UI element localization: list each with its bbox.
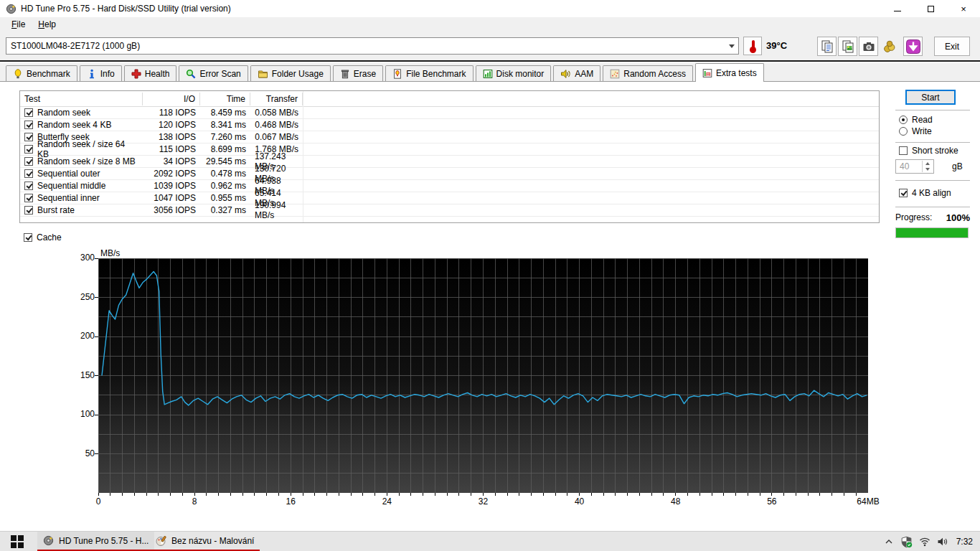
menu-file[interactable]: File	[6, 18, 31, 31]
wifi-icon[interactable]	[919, 537, 930, 547]
y-tick-label: 100	[66, 409, 95, 419]
table-row[interactable]: Sequential middle 1039 IOPS 0.962 ms 64.…	[20, 180, 879, 192]
row-checkbox[interactable]	[24, 145, 33, 154]
menubar: File Help	[0, 17, 980, 32]
io-value: 120 IOPS	[143, 119, 200, 131]
time-value: 8.699 ms	[200, 143, 250, 156]
table-row[interactable]: Sequential inner 1047 IOPS 0.955 ms 65.4…	[20, 192, 879, 204]
spinner-arrows	[922, 161, 933, 172]
tab-erase[interactable]: Erase	[333, 65, 383, 81]
spin-up-button[interactable]	[923, 161, 933, 166]
tab-folder-usage[interactable]: Folder Usage	[250, 65, 331, 81]
row-checkbox[interactable]	[24, 194, 33, 202]
io-value: 3056 IOPS	[143, 204, 200, 217]
y-tick-label: 200	[66, 331, 95, 341]
table-row[interactable]: Sequential outer 2092 IOPS 0.478 ms 130.…	[20, 168, 879, 180]
chevron-up-icon[interactable]	[884, 537, 894, 547]
info-icon	[87, 69, 97, 79]
table-row[interactable]: Random seek 118 IOPS 8.459 ms 0.058 MB/s	[20, 107, 879, 119]
column-header-time[interactable]: Time	[200, 93, 250, 105]
tab-error-scan[interactable]: Error Scan	[179, 65, 248, 81]
update-button[interactable]	[903, 37, 923, 56]
table-row[interactable]: Burst rate 3056 IOPS 0.327 ms 190.994 MB…	[20, 204, 879, 217]
tab-extra-tests[interactable]: Extra tests	[695, 63, 764, 82]
checkbox-icon	[899, 189, 908, 197]
defender-shield-icon[interactable]	[900, 536, 913, 548]
transfer-value: 0.468 MB/s	[250, 119, 303, 131]
buy-icon	[882, 39, 897, 55]
transfer-value: 0.058 MB/s	[250, 107, 303, 119]
taskbar-clock[interactable]: 7:32	[956, 537, 973, 547]
test-name: Sequential inner	[37, 193, 100, 203]
close-button[interactable]: ×	[947, 0, 980, 17]
row-checkbox[interactable]	[24, 157, 33, 166]
tab-disk-monitor[interactable]: Disk monitor	[476, 65, 552, 81]
start-button[interactable]: Start	[905, 90, 956, 105]
spin-down-button[interactable]	[923, 166, 933, 172]
tab-file-benchmark[interactable]: File Benchmark	[385, 65, 473, 81]
transfer-value: 0.067 MB/s	[250, 131, 303, 143]
table-row[interactable]: Random seek / size 8 MB 34 IOPS 29.545 m…	[20, 156, 879, 168]
buy-button[interactable]	[880, 37, 899, 56]
x-tick-label: 16	[275, 496, 306, 507]
maximize-button[interactable]	[914, 0, 947, 17]
menu-help[interactable]: Help	[32, 18, 62, 31]
test-name: Random seek / size 8 MB	[37, 156, 136, 166]
cache-checkbox[interactable]: Cache	[24, 232, 62, 242]
copy-image-icon	[841, 39, 855, 54]
io-value: 34 IOPS	[143, 156, 200, 168]
table-row[interactable]: Butterfly seek 138 IOPS 7.260 ms 0.067 M…	[20, 131, 879, 143]
exit-button[interactable]: Exit	[934, 37, 970, 56]
row-checkbox[interactable]	[24, 133, 33, 141]
column-header-io[interactable]: I/O	[143, 93, 200, 105]
column-header-test[interactable]: Test	[20, 93, 143, 105]
tab-aam[interactable]: AAM	[553, 65, 600, 81]
short-stroke-checkbox[interactable]: Short stroke	[899, 146, 958, 156]
app-window: HD Tune Pro 5.75 - Hard Disk/SSD Utility…	[0, 0, 980, 551]
drive-temperature: 39°C	[766, 40, 787, 51]
maximize-icon	[928, 6, 934, 12]
toolbar: ST1000LM048-2E7172 (1000 gB) 39°C Exit	[0, 32, 980, 62]
copy-text-icon	[820, 39, 834, 54]
tab-info[interactable]: Info	[80, 65, 122, 81]
speed-chart	[95, 258, 868, 497]
y-axis-unit-label: MB/s	[100, 248, 120, 258]
benchmark-icon	[13, 69, 23, 79]
drive-selector[interactable]: ST1000LM048-2E7172 (1000 gB)	[6, 37, 739, 55]
update-icon	[905, 39, 921, 55]
tab-health[interactable]: Health	[124, 65, 177, 81]
titlebar: HD Tune Pro 5.75 - Hard Disk/SSD Utility…	[0, 0, 980, 17]
windows-logo-icon	[11, 535, 24, 548]
row-checkbox[interactable]	[24, 182, 33, 190]
start-menu-button[interactable]	[0, 532, 34, 551]
copy-image-button[interactable]	[838, 37, 857, 56]
table-row[interactable]: Random seek 4 KB 120 IOPS 8.341 ms 0.468…	[20, 119, 879, 131]
read-radio[interactable]: Read	[899, 115, 933, 125]
row-checkbox[interactable]	[24, 169, 33, 178]
row-checkbox[interactable]	[24, 206, 33, 215]
tab-label: Random Access	[623, 69, 686, 79]
taskbar-app-paint[interactable]: Bez názvu - Malování	[149, 532, 260, 551]
4kb-align-checkbox[interactable]: 4 KB align	[899, 188, 951, 198]
short-stroke-size-spinner[interactable]: 40	[895, 159, 934, 174]
screenshot-button[interactable]	[859, 37, 878, 56]
io-value: 1047 IOPS	[143, 192, 200, 204]
tab-random-access[interactable]: Random Access	[603, 65, 693, 81]
row-checkbox[interactable]	[24, 108, 33, 117]
minimize-button[interactable]	[881, 0, 914, 17]
io-value: 115 IOPS	[143, 143, 200, 156]
hdtune-icon	[43, 535, 54, 546]
x-tick-label: 32	[468, 496, 499, 507]
volume-icon[interactable]	[937, 537, 948, 547]
taskbar-app-hdtune[interactable]: HD Tune Pro 5.75 - H...	[37, 532, 154, 551]
checkbox-icon	[24, 233, 32, 242]
short-stroke-value: 40	[900, 161, 909, 171]
write-radio[interactable]: Write	[899, 126, 932, 136]
row-checkbox[interactable]	[24, 121, 33, 129]
chevron-down-icon	[729, 44, 735, 48]
tab-benchmark[interactable]: Benchmark	[6, 65, 77, 81]
copy-text-button[interactable]	[817, 37, 837, 56]
column-header-transfer[interactable]: Transfer	[250, 93, 303, 105]
table-row[interactable]: Random seek / size 64 KB 115 IOPS 8.699 …	[20, 143, 879, 156]
io-value: 1039 IOPS	[143, 180, 200, 192]
